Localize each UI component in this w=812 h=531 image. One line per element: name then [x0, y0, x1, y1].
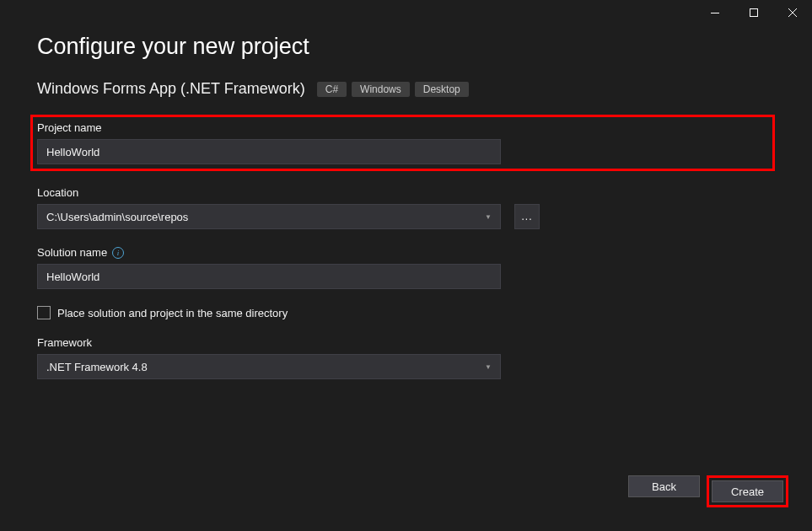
maximize-icon[interactable] [734, 0, 773, 25]
chevron-down-icon: ▼ [485, 213, 492, 221]
project-type-row: Windows Forms App (.NET Framework) C# Wi… [37, 80, 775, 98]
info-icon[interactable]: i [112, 247, 124, 259]
project-type-name: Windows Forms App (.NET Framework) [37, 80, 305, 98]
minimize-icon[interactable] [696, 0, 734, 25]
svg-rect-0 [711, 13, 719, 13]
location-value: C:\Users\admin\source\repos [46, 211, 188, 223]
same-directory-label: Place solution and project in the same d… [57, 307, 288, 319]
titlebar [0, 0, 812, 25]
project-name-highlight: Project name [30, 115, 775, 171]
tag-list: C# Windows Desktop [317, 82, 469, 97]
svg-rect-1 [750, 9, 758, 17]
tag-desktop: Desktop [415, 82, 469, 97]
location-select[interactable]: C:\Users\admin\source\repos ▼ [37, 204, 501, 229]
dialog-footer: Back Create [628, 475, 788, 507]
project-name-label: Project name [37, 121, 768, 134]
same-directory-checkbox[interactable] [37, 306, 51, 319]
tag-csharp: C# [317, 82, 347, 97]
framework-value: .NET Framework 4.8 [46, 361, 148, 373]
solution-name-block: Solution name i [37, 246, 775, 289]
chevron-down-icon: ▼ [485, 363, 492, 371]
page-title: Configure your new project [37, 34, 775, 60]
create-button[interactable]: Create [712, 480, 783, 502]
framework-select[interactable]: .NET Framework 4.8 ▼ [37, 354, 501, 379]
window-controls [696, 0, 812, 25]
framework-label: Framework [37, 336, 775, 349]
tag-windows: Windows [352, 82, 410, 97]
same-directory-row: Place solution and project in the same d… [37, 306, 775, 319]
location-label: Location [37, 186, 775, 199]
solution-name-label: Solution name i [37, 246, 775, 259]
back-button[interactable]: Back [628, 475, 700, 497]
solution-name-input[interactable] [37, 264, 501, 289]
browse-button[interactable]: ... [514, 204, 540, 229]
solution-name-label-text: Solution name [37, 246, 107, 259]
create-button-highlight: Create [707, 475, 788, 507]
close-icon[interactable] [773, 0, 812, 25]
location-block: Location C:\Users\admin\source\repos ▼ .… [37, 186, 775, 229]
project-name-input[interactable] [37, 139, 501, 164]
dialog-content: Configure your new project Windows Forms… [0, 25, 812, 379]
framework-block: Framework .NET Framework 4.8 ▼ [37, 336, 775, 379]
